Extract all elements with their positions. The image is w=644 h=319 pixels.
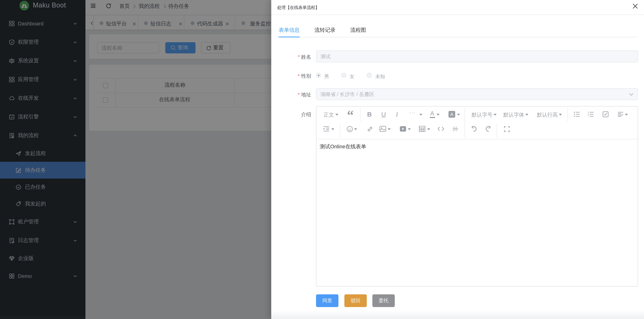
svg-text:2: 2 — [588, 114, 589, 116]
svg-text:A: A — [450, 112, 454, 117]
